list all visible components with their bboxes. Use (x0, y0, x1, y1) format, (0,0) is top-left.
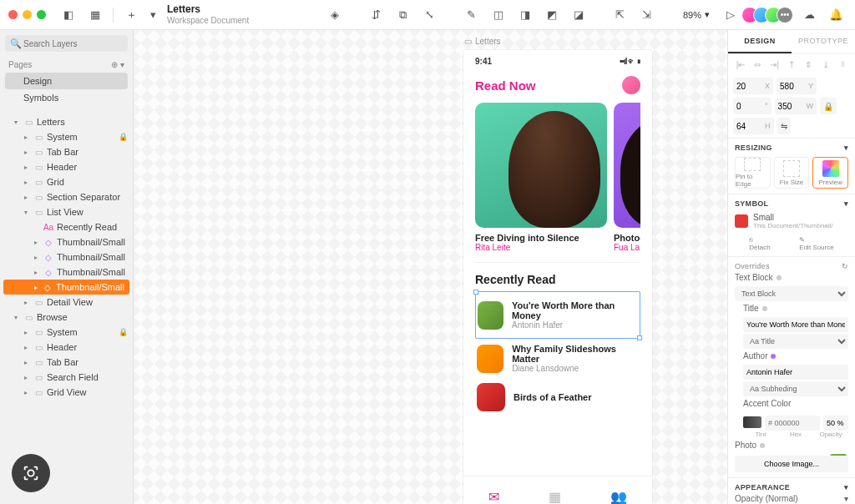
layer-browse[interactable]: ▾▭Browse (0, 310, 133, 325)
artboard-icon: ▭ (464, 37, 472, 46)
text-block-select[interactable]: Text Block (735, 286, 848, 301)
pages-header: Pages ⊕ ▾ (0, 57, 133, 73)
tab-design[interactable]: DESIGN (728, 30, 792, 53)
flip-button[interactable]: ⇋ (777, 118, 791, 134)
link-icon[interactable]: ⧉ (392, 5, 414, 25)
author-style-select[interactable]: Aa Subheding (743, 381, 848, 396)
tab-grid-icon: ▦ (549, 489, 561, 504)
zoom-window-button[interactable] (37, 10, 46, 19)
layer-b-tabbar[interactable]: ▸▭Tab Bar (0, 355, 133, 370)
intersect-icon[interactable]: ◩ (541, 5, 563, 25)
layer-section-sep[interactable]: ▸▭Section Separator (0, 189, 133, 204)
align-top-button[interactable]: ⤒ (784, 58, 799, 71)
scale-icon[interactable]: ⤡ (419, 5, 441, 25)
layer-tabbar[interactable]: ▸▭Tab Bar (0, 144, 133, 159)
h-input[interactable]: H (733, 118, 774, 134)
layer-letters[interactable]: ▾▭Letters (0, 114, 133, 129)
lock-aspect-button[interactable]: 🔒 (820, 98, 837, 114)
fix-size-button[interactable]: Fix Size (774, 157, 810, 189)
distribute-button[interactable]: ⫴ (835, 58, 850, 71)
layer-recently-read[interactable]: AaRecently Read (0, 219, 133, 234)
subtract-icon[interactable]: ◨ (514, 5, 536, 25)
artboard-letters[interactable]: 9:41 ••ıl ᯤ ▮ Read Now Free Diving into … (463, 50, 652, 504)
layer-b-search[interactable]: ▸▭Search Field (0, 370, 133, 385)
collaborator-avatars[interactable]: ••• (746, 7, 793, 23)
heading-recently-read: Recently Read (475, 273, 640, 286)
chevron-down-icon[interactable]: ▾ (844, 483, 848, 491)
union-icon[interactable]: ◫ (488, 5, 509, 25)
opacity-mode[interactable]: Opacity (Normal)▾ (735, 491, 848, 504)
detach-button[interactable]: ⎋Detach (749, 236, 770, 251)
chevron-down-icon[interactable]: ▾ (844, 144, 848, 152)
sidebar-toggle-button[interactable]: ◧ (58, 5, 79, 25)
selection-box[interactable]: You're Worth More than Money Antonin Haf… (475, 291, 640, 339)
choose-image-button[interactable]: Choose Image... (735, 456, 848, 472)
title-override-input[interactable] (743, 317, 848, 332)
text-icon: Aa (43, 223, 53, 232)
canvas[interactable]: ▭Letters 9:41 ••ıl ᯤ ▮ Read Now Free Div… (134, 30, 727, 504)
align-right-button[interactable]: ⇥| (767, 58, 782, 71)
symbol-icon[interactable]: ◈ (324, 5, 346, 25)
layer-list-view[interactable]: ▾▭List View (0, 204, 133, 219)
hero-card-row: Free Diving into Silence Rita Leite Phot… (475, 103, 640, 252)
layer-thumbnail-small[interactable]: ▸◇Thumbnail/Small (0, 249, 133, 265)
zoom-control[interactable]: 89%▾ (678, 9, 715, 20)
cloud-icon[interactable]: ☁ (798, 5, 820, 25)
view-grid-button[interactable]: ▦ (84, 5, 106, 25)
add-page-icon[interactable]: ⊕ ▾ (111, 60, 124, 69)
page-item-symbols[interactable]: Symbols (5, 89, 128, 106)
lock-icon: 🔒 (119, 133, 128, 141)
distribute-h-icon[interactable]: ⇵ (366, 5, 387, 25)
notifications-icon[interactable]: 🔔 (825, 5, 847, 25)
align-bottom-button[interactable]: ⤓ (817, 58, 832, 71)
preview-button[interactable]: ▷ (720, 5, 741, 25)
opacity-pct-input[interactable] (823, 416, 848, 431)
layer-b-header[interactable]: ▸▭Header (0, 340, 133, 355)
layer-header[interactable]: ▸▭Header (0, 159, 133, 174)
layer-thumbnail-small[interactable]: ▸◇Thumbnail/Small (0, 265, 133, 280)
title-style-select[interactable]: Aa Title (743, 334, 848, 349)
rotate-input[interactable]: ° (733, 98, 772, 114)
insert-button[interactable]: ＋ (120, 5, 142, 25)
x-input[interactable]: X (733, 78, 773, 94)
symbol-picker[interactable]: Small This Document/Thumbnail/ (735, 213, 848, 229)
artboard-label[interactable]: ▭Letters (464, 37, 501, 46)
difference-icon[interactable]: ◪ (568, 5, 589, 25)
y-input[interactable]: Y (777, 78, 817, 94)
pin-to-edge-button[interactable]: Pin to Edge (735, 157, 771, 189)
w-input[interactable]: W (775, 98, 817, 114)
appearance-header: APPEARANCE▾ (735, 483, 848, 491)
chevron-down-icon[interactable]: ▾ (844, 199, 848, 208)
align-center-button[interactable]: ⇔ (750, 58, 765, 71)
insert-dropdown[interactable]: ▾ (147, 5, 159, 25)
document-title-block[interactable]: Letters Workspace Document (167, 4, 249, 24)
page-item-design[interactable]: Design (5, 73, 128, 89)
reset-icon[interactable]: ↻ (842, 262, 848, 270)
tint-label: Tint (743, 431, 778, 438)
list-title: Birds of a Feather (514, 392, 592, 402)
forward-icon[interactable]: ⇱ (610, 5, 631, 25)
folder-icon: ▭ (33, 298, 43, 307)
align-left-button[interactable]: |⇤ (733, 58, 748, 71)
edit-source-button[interactable]: ✎Edit Source (799, 236, 833, 251)
close-window-button[interactable] (8, 10, 18, 19)
backward-icon[interactable]: ⇲ (636, 5, 658, 25)
preview-box[interactable]: Preview (812, 157, 848, 189)
hex-input[interactable] (765, 416, 820, 431)
layer-b-system[interactable]: ▸▭System🔒 (0, 325, 133, 340)
author-override-input[interactable] (743, 365, 848, 380)
layer-grid[interactable]: ▸▭Grid (0, 174, 133, 189)
tab-prototype[interactable]: PROTOTYPE (792, 30, 855, 53)
layer-b-grid[interactable]: ▸▭Grid View (0, 385, 133, 400)
layer-detail-view[interactable]: ▸▭Detail View (0, 295, 133, 310)
layer-thumbnail-small-selected[interactable]: ▸◇Thumbnail/Small (3, 280, 129, 295)
search-layers-input[interactable] (5, 35, 128, 52)
google-lens-button[interactable] (12, 454, 50, 492)
align-middle-button[interactable]: ⇕ (801, 58, 816, 71)
minimize-window-button[interactable] (23, 10, 32, 19)
pencil-icon[interactable]: ✎ (461, 5, 483, 25)
overrides-header: Overrides↻ (735, 262, 848, 270)
tint-swatch[interactable] (743, 416, 761, 428)
layer-system[interactable]: ▸▭System🔒 (0, 129, 133, 144)
layer-thumbnail-small[interactable]: ▸◇Thumbnail/Small (0, 234, 133, 249)
